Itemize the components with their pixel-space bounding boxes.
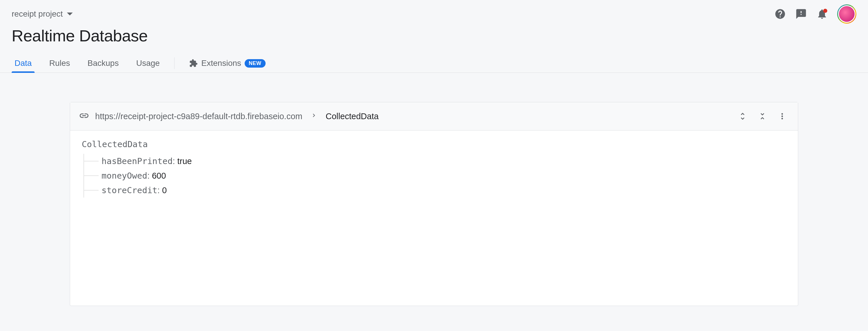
database-toolbar: https://receipt-project-c9a89-default-rt… (70, 102, 798, 131)
tree-item[interactable]: hasBeenPrinted: true (84, 154, 786, 168)
tab-extensions-label: Extensions (201, 59, 241, 68)
notification-badge (823, 9, 827, 13)
colon: : (157, 186, 160, 195)
project-name: receipt project (12, 9, 63, 19)
tree-value: true (178, 157, 192, 166)
colon: : (173, 157, 175, 166)
tab-rules[interactable]: Rules (46, 54, 73, 73)
dropdown-icon (67, 12, 73, 16)
tabs-bar: Data Rules Backups Usage Extensions NEW (0, 54, 868, 73)
content-area: https://receipt-project-c9a89-default-rt… (0, 73, 868, 318)
page-title: Realtime Database (0, 26, 868, 54)
colon: : (147, 171, 150, 181)
tree-item[interactable]: storeCredit: 0 (84, 183, 786, 197)
header-actions (774, 4, 856, 24)
database-panel: https://receipt-project-c9a89-default-rt… (70, 102, 798, 306)
tree-value: 0 (162, 186, 167, 195)
database-url[interactable]: https://receipt-project-c9a89-default-rt… (95, 112, 302, 121)
feedback-icon[interactable] (795, 8, 807, 20)
expand-icon[interactable] (736, 109, 750, 123)
tree-children: hasBeenPrinted: true moneyOwed: 600 stor… (84, 154, 786, 197)
link-icon[interactable] (79, 110, 89, 122)
extension-icon (189, 59, 198, 67)
user-avatar[interactable] (837, 4, 856, 24)
breadcrumb-current[interactable]: CollectedData (326, 112, 378, 121)
avatar-image (839, 6, 855, 22)
new-badge: NEW (245, 59, 266, 67)
tree-branch-line (84, 175, 99, 176)
tree-branch-line (84, 161, 99, 161)
tree-item[interactable]: moneyOwed: 600 (84, 168, 786, 183)
tree-key: storeCredit (101, 185, 157, 195)
tab-usage[interactable]: Usage (133, 54, 163, 73)
notifications-icon[interactable] (816, 8, 828, 20)
tree-branch-line (84, 190, 99, 191)
help-icon[interactable] (774, 8, 786, 20)
app-header: receipt project (0, 0, 868, 28)
chevron-right-icon (310, 112, 317, 121)
tab-extensions[interactable]: Extensions NEW (186, 54, 268, 73)
data-tree: CollectedData hasBeenPrinted: true money… (70, 131, 798, 206)
tree-value: 600 (152, 171, 166, 181)
tree-key: moneyOwed (101, 171, 147, 181)
collapse-icon[interactable] (755, 109, 769, 123)
tree-key: hasBeenPrinted (101, 156, 173, 166)
tab-divider (174, 57, 175, 69)
tree-root-node[interactable]: CollectedData (82, 139, 786, 149)
project-selector[interactable]: receipt project (12, 9, 73, 19)
tab-data[interactable]: Data (12, 54, 35, 73)
tab-backups[interactable]: Backups (85, 54, 122, 73)
more-icon[interactable] (775, 109, 789, 123)
